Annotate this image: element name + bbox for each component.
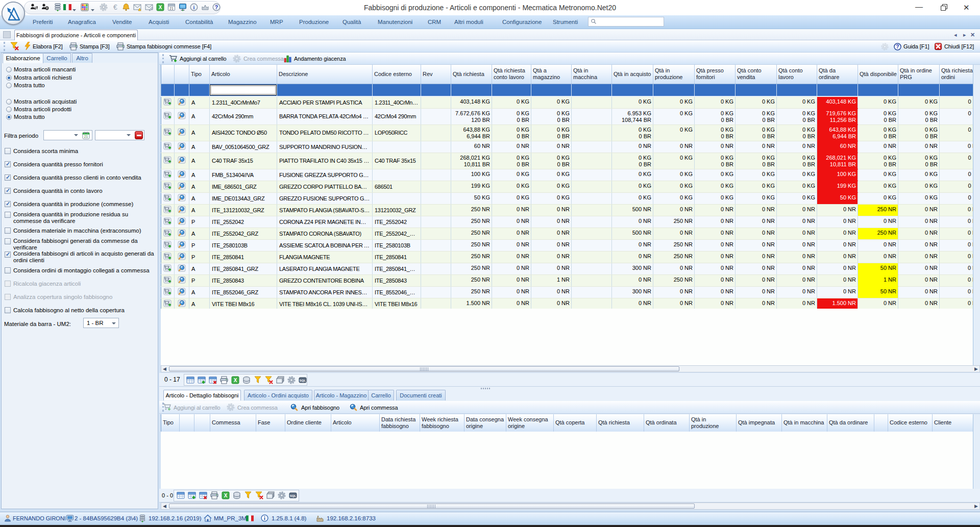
svg-text:21: 21: [84, 135, 88, 138]
